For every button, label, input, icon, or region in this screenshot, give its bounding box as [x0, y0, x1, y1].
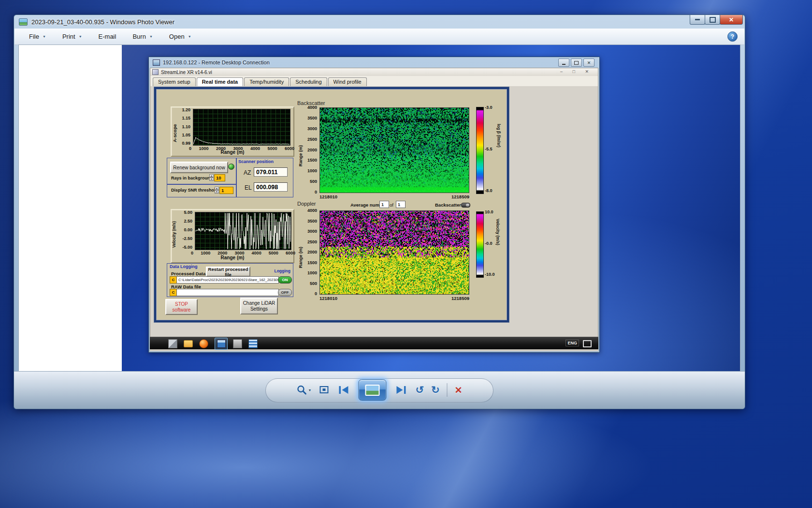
menu-email[interactable]: E-mail	[99, 33, 116, 40]
photo-viewer-content: 192.168.0.122 - Remote Desktop Connectio…	[18, 45, 740, 372]
taskbar-start-icon[interactable]	[168, 339, 177, 348]
change-lidar-settings-button[interactable]: Change LiDARSettings	[240, 298, 278, 314]
tab-wind-profile: Wind profile	[328, 77, 367, 86]
scanner-position-title: Scanner position	[238, 159, 274, 164]
magnifier-icon	[296, 385, 307, 395]
renew-led-icon	[228, 164, 234, 170]
velocity-plot	[195, 212, 291, 250]
minimize-icon	[562, 64, 566, 65]
ascope-yticks: 1.201.151.101.050.99	[177, 107, 190, 146]
raw-drive-box[interactable]: C	[170, 289, 177, 296]
maximize-icon	[710, 17, 716, 23]
language-indicator[interactable]: ENG	[566, 340, 579, 346]
minimize-icon	[695, 19, 700, 20]
doppler-colorbar	[476, 211, 484, 278]
rays-spinner[interactable]: ▲▼	[209, 174, 214, 180]
taskbar-folder-icon[interactable]	[184, 340, 193, 347]
rdp-minimize-button	[558, 59, 569, 67]
backscatter-xticks: 12180101218509	[319, 194, 469, 199]
data-logging-box: Data Logging Processed Data file Restart…	[167, 263, 293, 297]
average-of-field[interactable]: 1	[396, 201, 406, 208]
processed-logging-toggle[interactable]: ON	[278, 276, 292, 284]
streamline-title: StreamLine XR v14-6.vi	[161, 70, 212, 75]
rotate-clockwise-button[interactable]: ↻	[431, 384, 440, 396]
streamline-titlebar: StreamLine XR v14-6.vi – □ ✕	[150, 68, 598, 76]
delete-button[interactable]: ✕	[455, 385, 463, 396]
backscatter-colorbar-ticks: -3.0-5.5-8.0	[485, 105, 493, 193]
play-slideshow-button[interactable]	[358, 379, 386, 401]
maximize-button[interactable]	[705, 15, 720, 25]
slideshow-icon	[365, 385, 379, 396]
rays-value-field[interactable]: 10	[214, 174, 225, 181]
labview-app-icon	[152, 69, 159, 75]
restart-processed-file-button[interactable]: Restart processed file	[206, 267, 250, 277]
renew-background-button[interactable]: Renew background now	[170, 162, 228, 173]
processed-path-field[interactable]: C:\Lidar\Data\Proc\2023\202309\20230921\…	[176, 276, 279, 284]
remote-desktop: StreamLine XR v14-6.vi – □ ✕ System setu…	[150, 68, 598, 351]
menu-print[interactable]: Print▼	[62, 33, 82, 40]
az-label: AZ	[244, 169, 251, 176]
backscatter-toggle[interactable]	[461, 203, 470, 208]
help-icon: ?	[731, 33, 734, 40]
menu-burn[interactable]: Burn▼	[132, 33, 152, 40]
taskbar-firefox-icon[interactable]	[199, 339, 208, 348]
real-time-data-panel: A-scope 1.201.151.101.050.99 01000200030…	[154, 87, 509, 322]
chevron-down-icon: ▼	[43, 35, 46, 38]
doppler-colorbar-ticks: 10.0-0.0-10.0	[485, 209, 495, 277]
processed-drive-box[interactable]: C	[170, 276, 177, 284]
velocity-xlabel: Range (m)	[172, 255, 293, 260]
photo-viewer-toolbar: ▼	[14, 371, 745, 409]
taskbar-active-app-slot[interactable]	[215, 338, 228, 350]
streamline-client-area: A-scope 1.201.151.101.050.99 01000200030…	[150, 86, 598, 337]
doppler-xticks: 12180101218509	[319, 296, 469, 301]
actual-size-icon	[319, 385, 329, 395]
streamline-window: StreamLine XR v14-6.vi – □ ✕ System setu…	[150, 68, 598, 337]
snr-spinner[interactable]: ▲▼	[215, 187, 219, 193]
rdp-computer-icon	[153, 60, 160, 66]
photo-viewer-menubar: File▼ Print▼ E-mail Burn▼ Open▼ ?	[14, 29, 744, 45]
stop-software-button[interactable]: STOPsoftware	[165, 299, 198, 315]
snr-value-field[interactable]: 1	[219, 187, 233, 194]
previous-button[interactable]	[336, 384, 351, 396]
chevron-down-icon: ▼	[149, 35, 153, 38]
az-value: 079.011	[254, 167, 288, 177]
actual-size-button[interactable]	[319, 385, 329, 395]
maximize-icon	[574, 61, 579, 65]
ascope-plot	[193, 109, 290, 146]
tab-system-setup: System setup	[153, 77, 196, 86]
logging-label: Logging	[274, 269, 290, 273]
average-number-field[interactable]: 1	[379, 201, 389, 208]
remote-taskbar: ENG	[150, 337, 598, 349]
snr-threshold-label: Display SNR threshold	[171, 188, 218, 193]
raw-logging-toggle[interactable]: OFF	[278, 289, 292, 296]
el-label: EL	[245, 184, 252, 191]
backscatter-colorbar	[476, 107, 484, 194]
close-icon: ✕	[587, 60, 591, 65]
toolbar-separator	[447, 383, 448, 397]
background-controls-box: Renew background now Rays in background …	[167, 158, 237, 185]
taskbar-rdp-icon[interactable]	[233, 339, 242, 348]
taskbar-display-icon[interactable]	[583, 340, 592, 347]
raw-path-field[interactable]	[176, 289, 279, 296]
help-button[interactable]: ?	[727, 31, 738, 42]
taskbar-app-icon[interactable]	[248, 339, 258, 348]
rdp-maximize-button	[571, 59, 582, 67]
next-button[interactable]	[393, 384, 408, 396]
previous-icon	[336, 384, 351, 396]
chevron-down-icon: ▼	[308, 388, 311, 392]
ascope-xlabel: Range (m)	[172, 149, 293, 155]
delete-icon: ✕	[455, 385, 463, 396]
backscatter-toggle-label: Backscatter	[435, 202, 461, 208]
zoom-button[interactable]: ▼	[296, 385, 311, 395]
close-button[interactable]: ✕	[720, 15, 743, 25]
menu-file[interactable]: File▼	[29, 33, 46, 40]
menu-open[interactable]: Open▼	[169, 33, 191, 40]
photo-viewer-titlebar[interactable]: 2023-09-21_03-40-00.935 - Windows Photo …	[14, 15, 745, 29]
minimize-button[interactable]	[690, 15, 705, 25]
chevron-down-icon: ▼	[79, 35, 82, 38]
rdp-titlebar: 192.168.0.122 - Remote Desktop Connectio…	[150, 57, 598, 68]
rdp-title: 192.168.0.122 - Remote Desktop Connectio…	[163, 60, 270, 65]
data-logging-title: Data Logging	[170, 264, 198, 269]
rotate-ccw-icon: ↺	[415, 384, 424, 396]
rotate-counterclockwise-button[interactable]: ↺	[415, 384, 424, 396]
